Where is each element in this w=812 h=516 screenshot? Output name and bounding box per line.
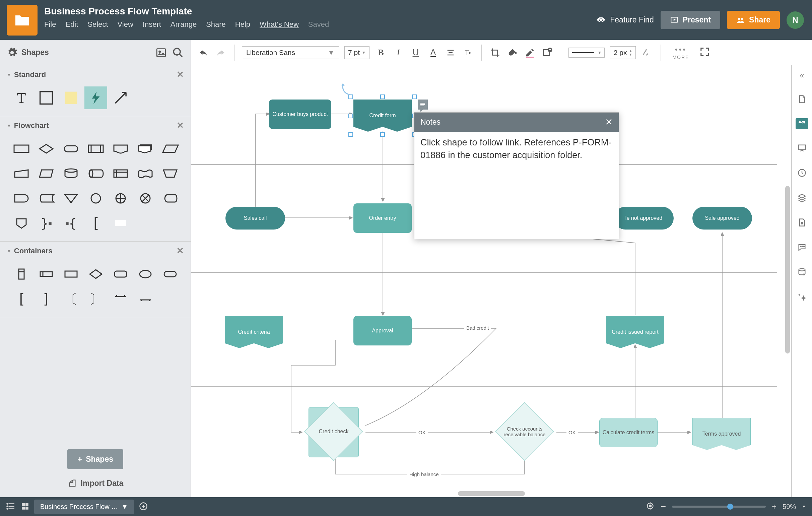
node-order-entry[interactable]: Order entry — [353, 203, 412, 233]
fc-display-shape[interactable] — [159, 187, 181, 210]
fc-offpage-shape[interactable] — [10, 212, 33, 234]
zoom-in-icon[interactable]: + — [772, 502, 777, 511]
fc-process-shape[interactable] — [10, 137, 33, 160]
fc-storeddata-shape[interactable] — [35, 187, 58, 210]
close-standard-icon[interactable]: ✕ — [177, 69, 184, 80]
cn-lbracket-shape[interactable]: 〔 — [60, 287, 82, 310]
fc-delay-shape[interactable] — [10, 187, 33, 210]
fc-terminator-shape[interactable] — [60, 137, 82, 160]
fc-directdata-shape[interactable] — [84, 162, 107, 185]
collapse-rail-icon[interactable]: « — [800, 71, 804, 80]
menu-whats-new[interactable]: What's New — [260, 20, 299, 29]
node-check-accounts[interactable]: Check accounts receivable balance — [493, 400, 556, 463]
user-avatar[interactable]: N — [787, 11, 804, 29]
cn-lbrace-shape[interactable]: [ — [10, 287, 33, 310]
italic-icon[interactable]: I — [392, 47, 404, 59]
containers-section-header[interactable]: ▼ Containers ✕ — [0, 241, 191, 260]
fc-connector-shape[interactable] — [84, 187, 107, 210]
magic-icon[interactable] — [796, 291, 808, 303]
share-button[interactable]: Share — [727, 11, 780, 29]
fc-merge-shape[interactable] — [60, 187, 82, 210]
zoom-thumb[interactable] — [727, 504, 733, 510]
redo-icon[interactable] — [215, 47, 227, 59]
fill-icon[interactable] — [506, 47, 519, 59]
menu-share[interactable]: Share — [206, 20, 226, 29]
fc-blank-shape[interactable] — [109, 212, 132, 234]
fc-papertape-shape[interactable] — [134, 162, 157, 185]
fc-sumjunction-shape[interactable] — [134, 187, 157, 210]
border-color-icon[interactable] — [524, 47, 536, 59]
undo-icon[interactable] — [197, 47, 209, 59]
cn-roundrect-shape[interactable] — [109, 263, 132, 285]
node-customer-buys[interactable]: Customer buys product — [269, 99, 331, 129]
menu-help[interactable]: Help — [235, 20, 250, 29]
std-note-shape[interactable] — [60, 86, 82, 109]
fc-manualop-shape[interactable] — [159, 162, 181, 185]
node-sale-not-approved[interactable]: le not approved — [614, 207, 674, 230]
cn-pill-shape[interactable] — [159, 263, 181, 285]
fc-predefined-shape[interactable] — [84, 137, 107, 160]
cn-topbar-shape[interactable] — [109, 287, 132, 310]
fc-internalstorage-shape[interactable] — [109, 162, 132, 185]
grid-view-icon[interactable] — [21, 502, 29, 512]
layers-icon[interactable] — [796, 192, 808, 203]
feature-find-button[interactable]: Feature Find — [596, 15, 654, 25]
std-text-shape[interactable]: T — [10, 86, 33, 109]
outline-view-icon[interactable] — [6, 501, 16, 512]
more-button[interactable]: ••• MORE — [672, 45, 689, 60]
menu-arrange[interactable]: Arrange — [171, 20, 197, 29]
master-page-icon[interactable] — [796, 217, 808, 228]
cn-circle-shape[interactable] — [134, 263, 157, 285]
add-shapes-button[interactable]: + Shapes — [67, 449, 123, 469]
text-options-icon[interactable]: T▸ — [462, 47, 474, 59]
menu-select[interactable]: Select — [87, 20, 108, 29]
underline-icon[interactable]: U — [410, 47, 422, 59]
cn-swimlane-v-shape[interactable] — [10, 263, 33, 285]
chevron-down-icon[interactable]: ▼ — [802, 504, 806, 509]
text-color-icon[interactable]: A — [427, 47, 439, 59]
shape-options-icon[interactable] — [541, 47, 553, 59]
line-routing-icon[interactable] — [641, 47, 653, 59]
menu-edit[interactable]: Edit — [65, 20, 78, 29]
node-credit-issued[interactable]: Credit issued report — [606, 316, 664, 348]
cn-swimlane-h-shape[interactable] — [35, 263, 58, 285]
close-containers-icon[interactable]: ✕ — [177, 246, 184, 256]
cn-rbrace-shape[interactable]: ] — [35, 287, 58, 310]
target-icon[interactable] — [646, 501, 655, 512]
image-icon[interactable] — [155, 47, 167, 59]
menu-file[interactable]: File — [44, 20, 56, 29]
menu-view[interactable]: View — [118, 20, 133, 29]
document-title[interactable]: Business Process Flow Template — [44, 6, 329, 17]
fc-database-shape[interactable] — [60, 162, 82, 185]
note-indicator-icon[interactable] — [418, 99, 428, 110]
fc-data-shape[interactable] — [159, 137, 181, 160]
present-button[interactable]: Present — [661, 11, 720, 29]
flowchart-section-header[interactable]: ▼ Flowchart ✕ — [0, 116, 191, 135]
standard-section-header[interactable]: ▼ Standard ✕ — [0, 65, 191, 84]
std-arrow-shape[interactable] — [109, 86, 132, 109]
close-flowchart-icon[interactable]: ✕ — [177, 120, 184, 131]
cn-rbracket-shape[interactable]: 〕 — [84, 287, 107, 310]
fc-manualinput-shape[interactable] — [10, 162, 33, 185]
font-size-select[interactable]: 7 pt ▼ — [344, 46, 370, 59]
align-icon[interactable] — [444, 47, 457, 59]
std-rect-shape[interactable] — [35, 86, 58, 109]
document-icon[interactable] — [7, 5, 37, 35]
zoom-out-icon[interactable]: − — [661, 501, 666, 512]
data-link-icon[interactable] — [796, 266, 808, 278]
fc-braceleft-shape[interactable]: ≡{ — [60, 212, 82, 234]
std-action-shape[interactable] — [84, 86, 107, 109]
bold-icon[interactable]: B — [375, 47, 387, 59]
fc-skew-shape[interactable] — [35, 162, 58, 185]
shapes-panel-toggle[interactable]: Shapes — [7, 47, 155, 58]
fc-document-shape[interactable] — [109, 137, 132, 160]
node-terms-approved[interactable]: Terms approved — [692, 418, 751, 450]
node-sales-call[interactable]: Sales call — [226, 207, 285, 230]
cn-botbar-shape[interactable] — [134, 287, 157, 310]
fc-multidoc-shape[interactable] — [134, 137, 157, 160]
clock-icon[interactable] — [796, 167, 808, 179]
horizontal-scrollbar[interactable] — [458, 491, 525, 496]
comment-bubble-icon[interactable]: ❝❞ — [795, 118, 808, 129]
presentation-icon[interactable] — [796, 142, 808, 154]
cn-diamond-shape[interactable] — [84, 263, 107, 285]
